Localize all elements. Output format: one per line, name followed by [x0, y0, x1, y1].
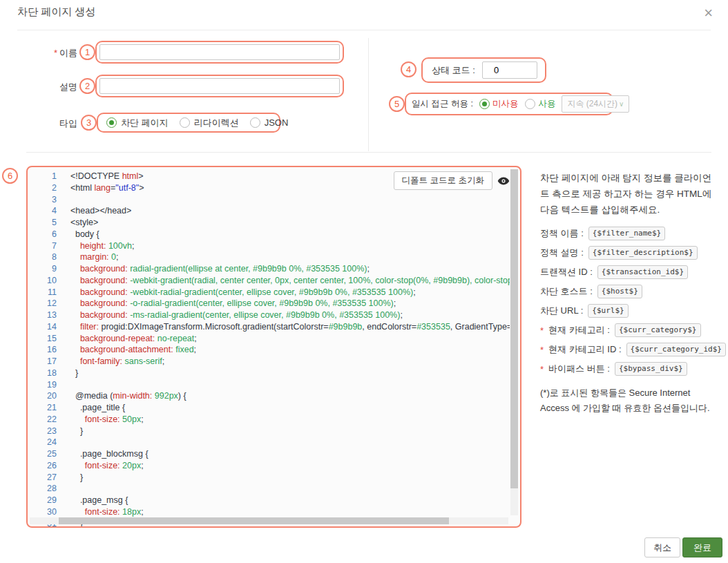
code-line: 24 — [28, 437, 510, 448]
variable-code-chip: {$transaction_id$} — [597, 265, 688, 279]
status-code-label: 상태 코드 : — [432, 64, 475, 77]
duration-select[interactable]: 지속 (24시간) ∨ — [562, 95, 629, 113]
chevron-down-icon: ∨ — [619, 100, 624, 108]
line-number: 13 — [28, 309, 70, 321]
code-text: background: radial-gradient(ellipse at c… — [70, 263, 370, 275]
line-number: 11 — [28, 287, 70, 298]
line-number: 30 — [28, 506, 70, 518]
radio-option-label: 차단 페이지 — [121, 117, 169, 129]
radio-unselected-icon[interactable] — [250, 117, 260, 128]
line-number: 1 — [28, 171, 70, 182]
name-input[interactable] — [99, 44, 340, 60]
close-icon[interactable]: × — [704, 6, 713, 21]
reset-default-code-button[interactable]: 디폴트 코드로 초기화 — [394, 171, 492, 190]
temp-access-label: 일시 접근 허용 : — [412, 98, 473, 110]
callout-badge-5: 5 — [389, 96, 405, 112]
radio-option[interactable]: 차단 페이지 — [106, 117, 169, 129]
radio-option[interactable]: 미사용 — [479, 98, 519, 110]
horizontal-scroll-thumb[interactable] — [59, 517, 449, 524]
line-number: 26 — [28, 460, 70, 472]
radio-unselected-icon[interactable] — [525, 99, 535, 109]
line-number: 3 — [28, 194, 70, 206]
name-label: *이름 — [0, 47, 77, 59]
radio-option[interactable]: 사용 — [525, 98, 555, 110]
cancel-button[interactable]: 취소 — [644, 537, 680, 557]
variable-label: 트랜잭션 ID : — [540, 266, 593, 278]
code-lines[interactable]: 1<!DOCTYPE html>2<html lang="utf-8">34<h… — [28, 171, 510, 526]
code-line: 28 — [28, 483, 510, 495]
code-text: margin: 0; — [70, 251, 119, 263]
submit-button[interactable]: 완료 — [682, 537, 722, 557]
code-text: background-attachment: fixed; — [70, 344, 196, 356]
code-line: 13 background: -ms-radial-gradient(cente… — [28, 309, 510, 321]
preview-eye-icon[interactable] — [497, 175, 510, 187]
code-line: 19 — [28, 379, 510, 391]
line-number: 23 — [28, 426, 70, 437]
description-input[interactable] — [99, 78, 340, 94]
code-text: font-size: 50px; — [70, 414, 144, 426]
callout-badge-1: 1 — [79, 44, 95, 60]
line-number: 20 — [28, 390, 70, 402]
code-line: 27 } — [28, 472, 510, 484]
duration-select-value: 지속 (24시간) — [567, 98, 617, 110]
description-label: 설명 — [0, 81, 77, 93]
code-line: 10 background: -webkit-gradient(radial, … — [28, 275, 510, 287]
code-line: 14 filter: progid:DXImageTransform.Micro… — [28, 321, 510, 333]
code-line: 6 body { — [28, 229, 510, 240]
page-title: 차단 페이지 생성 — [17, 6, 95, 19]
code-line: 7 height: 100vh; — [28, 240, 510, 252]
code-line: 4<head></head> — [28, 205, 510, 217]
code-line: 30 font-size: 18px; — [28, 506, 510, 518]
code-text: <head></head> — [70, 205, 131, 217]
callout-badge-3: 3 — [81, 115, 97, 131]
variable-label: 정책 이름 : — [540, 227, 584, 240]
radio-unselected-icon[interactable] — [180, 117, 190, 128]
code-text: .page_title { — [70, 402, 125, 414]
radio-option-label: 리다이렉션 — [194, 117, 239, 129]
type-label: 타입 — [0, 117, 77, 130]
line-number: 14 — [28, 321, 70, 333]
template-variables-list: 정책 이름 :{$filter_name$}정책 설명 :{$filter_de… — [540, 224, 727, 379]
code-line: 22 font-size: 50px; — [28, 414, 510, 426]
name-field-annotation — [95, 41, 344, 64]
html-code-editor[interactable]: 1<!DOCTYPE html>2<html lang="utf-8">34<h… — [26, 166, 521, 528]
required-asterisk: * — [54, 48, 57, 58]
code-line: 23 } — [28, 426, 510, 437]
code-text: .page_msg { — [70, 495, 128, 506]
template-variable-row: 차단 호스트 :{$host$} — [540, 282, 727, 301]
line-number: 27 — [28, 472, 70, 484]
code-text: body { — [70, 229, 99, 240]
line-number: 29 — [28, 495, 70, 506]
variable-label: 바이패스 버튼 : — [548, 363, 610, 375]
code-text: background: -o-radial-gradient(center, e… — [70, 298, 396, 309]
code-text: <html lang="utf-8"> — [70, 182, 144, 194]
code-text: } — [70, 426, 83, 437]
editor-horizontal-scrollbar[interactable] — [30, 517, 508, 524]
code-text: font-family: sans-serif; — [70, 356, 164, 368]
variable-code-chip: {$filter_name$} — [588, 227, 665, 240]
radio-selected-icon[interactable] — [106, 117, 117, 128]
code-text: font-size: 20px; — [70, 460, 144, 472]
editor-vertical-scrollbar[interactable] — [510, 169, 518, 515]
line-number: 16 — [28, 344, 70, 356]
status-code-input[interactable] — [482, 61, 537, 79]
callout-badge-6: 6 — [2, 168, 18, 184]
side-panel-note: (*)로 표시된 항목들은 Secure Internet Access 에 가… — [540, 385, 718, 416]
create-block-page-modal: 차단 페이지 생성 × *이름 1 설명 2 타입 3 차단 페이지리다이렉션J… — [0, 0, 728, 563]
variable-code-chip: {$host$} — [597, 285, 642, 298]
variable-code-chip: {$url$} — [588, 304, 628, 318]
line-number: 2 — [28, 182, 70, 194]
radio-option[interactable]: 리다이렉션 — [180, 117, 239, 129]
radio-selected-icon[interactable] — [479, 99, 490, 109]
code-line: 16 background-attachment: fixed; — [28, 344, 510, 356]
form-divider — [26, 152, 711, 153]
code-text: @media (min-width: 992px) { — [70, 390, 186, 402]
code-line: 26 font-size: 20px; — [28, 460, 510, 472]
code-line: 11 background: -webkit-radial-gradient(c… — [28, 287, 510, 298]
radio-option[interactable]: JSON — [250, 117, 289, 128]
line-number: 10 — [28, 275, 70, 287]
vertical-scroll-thumb[interactable] — [510, 169, 518, 488]
temp-access-radio-group: 미사용사용 — [479, 98, 556, 110]
required-asterisk: * — [540, 345, 544, 355]
code-line: 5<style> — [28, 217, 510, 229]
